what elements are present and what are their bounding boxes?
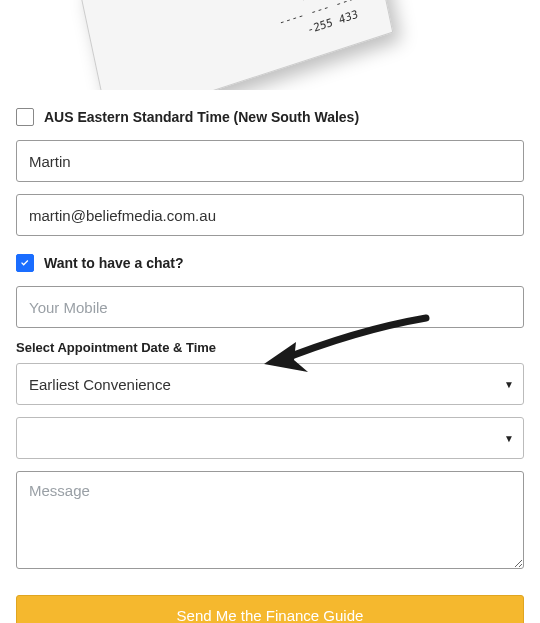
appointment-section-label: Select Appointment Date & Time xyxy=(16,340,524,355)
business-card-graphic: ---- --- ---- --- --- -255 433 xyxy=(79,0,394,90)
timezone-label: AUS Eastern Standard Time (New South Wal… xyxy=(44,109,359,125)
mobile-input[interactable] xyxy=(16,286,524,328)
check-icon xyxy=(19,257,31,269)
appointment-time-select[interactable] xyxy=(16,417,524,459)
name-input[interactable] xyxy=(16,140,524,182)
submit-button[interactable]: Send Me the Finance Guide xyxy=(16,595,524,623)
email-input[interactable] xyxy=(16,194,524,236)
message-textarea[interactable] xyxy=(16,471,524,569)
chat-checkbox[interactable] xyxy=(16,254,34,272)
appointment-date-select[interactable]: Earliest Convenience xyxy=(16,363,524,405)
hero-graphic: ---- --- ---- --- --- -255 433 xyxy=(16,0,524,90)
chat-label: Want to have a chat? xyxy=(44,255,184,271)
timezone-checkbox[interactable] xyxy=(16,108,34,126)
